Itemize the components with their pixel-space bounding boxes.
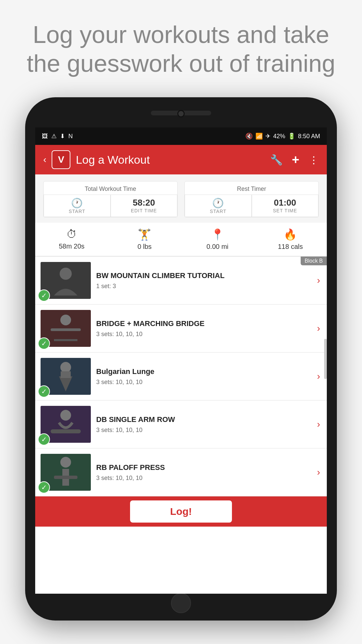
app-header: ‹ V Log a Workout 🔧 + ⋮ [35, 145, 327, 174]
airplane-icon: ✈ [265, 132, 270, 140]
background-headline: Log your workouts and take the guesswork… [0, 20, 362, 78]
add-exercise-icon[interactable]: + [292, 153, 299, 167]
total-timer-controls: 🕐 START 58:20 EDIT TIME [44, 195, 177, 217]
rest-set-time-button[interactable]: 01:00 SET TIME [252, 195, 319, 217]
completed-check-icon: ✓ [38, 433, 50, 445]
svg-rect-4 [51, 328, 81, 331]
timer-clock-icon: 🕐 [71, 198, 83, 209]
total-workout-timer: Total Workout Time 🕐 START 58:20 EDIT TI… [43, 181, 178, 217]
exercise-sets: 3 sets: 10, 10, 10 [96, 379, 312, 386]
exercise-item[interactable]: DB SINGLE ARM ROW 3 sets: 10, 10, 10 › ✓ [35, 400, 327, 448]
phone-shell: 🖼 ⚠ ⬇ N 🔇 📶 ✈ 42% 🔋 8:50 AM ‹ V L [25, 97, 337, 621]
status-right-info: 🔇 📶 ✈ 42% 🔋 8:50 AM [245, 132, 320, 140]
completed-check-icon: ✓ [38, 481, 50, 493]
stat-duration: ⏱ 58m 20s [35, 228, 108, 251]
svg-point-12 [60, 457, 71, 468]
battery-icon: 🔋 [288, 132, 295, 140]
header-title: Log a Workout [76, 153, 264, 166]
svg-point-3 [60, 315, 71, 325]
alert-icon: ⚠ [51, 132, 57, 140]
total-start-label: START [69, 209, 85, 214]
home-button[interactable] [171, 593, 191, 613]
exercise-item[interactable]: BRIDGE + MARCHING BRIDGE 3 sets: 10, 10,… [35, 305, 327, 353]
rest-start-button[interactable]: 🕐 START [185, 195, 252, 217]
status-bar: 🖼 ⚠ ⬇ N 🔇 📶 ✈ 42% 🔋 8:50 AM [35, 127, 327, 145]
timer-section: Total Workout Time 🕐 START 58:20 EDIT TI… [35, 174, 327, 223]
wifi-icon: 📶 [255, 132, 263, 140]
exercise-item[interactable]: Bulgarian Lunge 3 sets: 10, 10, 10 › ✓ [35, 353, 327, 400]
completed-check-icon: ✓ [38, 289, 50, 302]
more-options-icon[interactable]: ⋮ [309, 154, 319, 166]
total-timer-label: Total Workout Time [44, 181, 177, 195]
total-edit-label: EDIT TIME [131, 208, 157, 213]
stopwatch-icon: ⏱ [66, 228, 77, 240]
scroll-indicator [324, 339, 327, 379]
exercise-info: DB SINGLE ARM ROW 3 sets: 10, 10, 10 [91, 415, 317, 434]
stat-weight: 🏋 0 lbs [108, 228, 181, 251]
phone-mockup: 🖼 ⚠ ⬇ N 🔇 📶 ✈ 42% 🔋 8:50 AM ‹ V L [25, 97, 337, 621]
svg-point-1 [60, 268, 72, 280]
rest-set-label: SET TIME [273, 208, 297, 213]
svg-rect-7 [61, 371, 71, 378]
exercise-chevron-icon[interactable]: › [317, 467, 320, 478]
weight-icon: 🏋 [138, 228, 151, 241]
exercise-chevron-icon[interactable]: › [317, 371, 320, 382]
exercise-info: BRIDGE + MARCHING BRIDGE 3 sets: 10, 10,… [91, 319, 317, 338]
exercise-sets: 3 sets: 10, 10, 10 [96, 427, 312, 434]
rest-time-value: 01:00 [274, 198, 296, 208]
fire-icon: 🔥 [284, 228, 297, 241]
total-time-value: 58:20 [133, 198, 155, 208]
rest-start-label: START [210, 209, 227, 214]
battery-percentage: 42% [273, 133, 285, 140]
notification-icon: 🖼 [42, 133, 48, 140]
mute-icon: 🔇 [245, 132, 253, 140]
rest-timer-controls: 🕐 START 01:00 SET TIME [185, 195, 318, 217]
exercise-item[interactable]: BW MOUNTAIN CLIMBER TUTORIAL 1 set: 3 › … [35, 257, 327, 305]
wrench-icon[interactable]: 🔧 [270, 154, 283, 166]
exercise-sets: 3 sets: 10, 10, 10 [96, 475, 312, 482]
download-icon: ⬇ [60, 132, 65, 140]
log-button[interactable]: Log! [130, 500, 232, 523]
stat-calories-value: 118 cals [278, 243, 303, 251]
stat-distance-value: 0.00 mi [206, 243, 229, 251]
exercise-name: DB SINGLE ARM ROW [96, 415, 312, 425]
exercise-info: Bulgarian Lunge 3 sets: 10, 10, 10 [91, 367, 317, 386]
stats-row: ⏱ 58m 20s 🏋 0 lbs 📍 0.00 mi 🔥 118 cals [35, 223, 327, 257]
exercise-item[interactable]: RB PALOFF PRESS 3 sets: 10, 10, 10 › ✓ [35, 448, 327, 496]
rest-timer-label: Rest Timer [185, 181, 318, 195]
location-icon: 📍 [211, 228, 224, 241]
camera [177, 110, 185, 117]
completed-check-icon: ✓ [38, 337, 50, 350]
exercise-name: BW MOUNTAIN CLIMBER TUTORIAL [96, 271, 312, 281]
header-action-icons: 🔧 + ⋮ [270, 153, 319, 167]
phone-screen: 🖼 ⚠ ⬇ N 🔇 📶 ✈ 42% 🔋 8:50 AM ‹ V L [35, 127, 327, 594]
exercise-chevron-icon[interactable]: › [317, 275, 320, 286]
rest-timer: Rest Timer 🕐 START 01:00 SET TIME [184, 181, 319, 217]
back-button[interactable]: ‹ [43, 154, 46, 165]
total-start-button[interactable]: 🕐 START [44, 195, 111, 217]
rest-clock-icon: 🕐 [212, 198, 224, 209]
exercise-chevron-icon[interactable]: › [317, 323, 320, 334]
total-edit-time-button[interactable]: 58:20 EDIT TIME [111, 195, 178, 217]
exercise-name: Bulgarian Lunge [96, 367, 312, 377]
stat-calories: 🔥 118 cals [254, 228, 327, 251]
exercise-list: Block B BW MOUNTAIN CLIMBER TUTORIAL 1 s… [35, 257, 327, 496]
svg-rect-14 [54, 476, 77, 479]
exercise-name: BRIDGE + MARCHING BRIDGE [96, 319, 312, 329]
exercise-name: RB PALOFF PRESS [96, 463, 312, 473]
exercise-info: RB PALOFF PRESS 3 sets: 10, 10, 10 [91, 463, 317, 482]
stat-duration-value: 58m 20s [59, 243, 84, 250]
exercise-info: BW MOUNTAIN CLIMBER TUTORIAL 1 set: 3 [91, 271, 317, 290]
stat-distance: 📍 0.00 mi [181, 228, 254, 251]
exercise-sets: 3 sets: 10, 10, 10 [96, 331, 312, 338]
exercise-chevron-icon[interactable]: › [317, 419, 320, 430]
stat-weight-value: 0 lbs [137, 243, 152, 251]
svg-point-6 [60, 362, 71, 373]
nfc-icon: N [68, 133, 73, 140]
svg-rect-10 [51, 429, 81, 433]
app-logo[interactable]: V [52, 150, 70, 169]
completed-check-icon: ✓ [38, 385, 50, 397]
bottom-bar: Log! [35, 496, 327, 527]
clock: 8:50 AM [298, 133, 320, 140]
exercise-sets: 1 set: 3 [96, 283, 312, 290]
